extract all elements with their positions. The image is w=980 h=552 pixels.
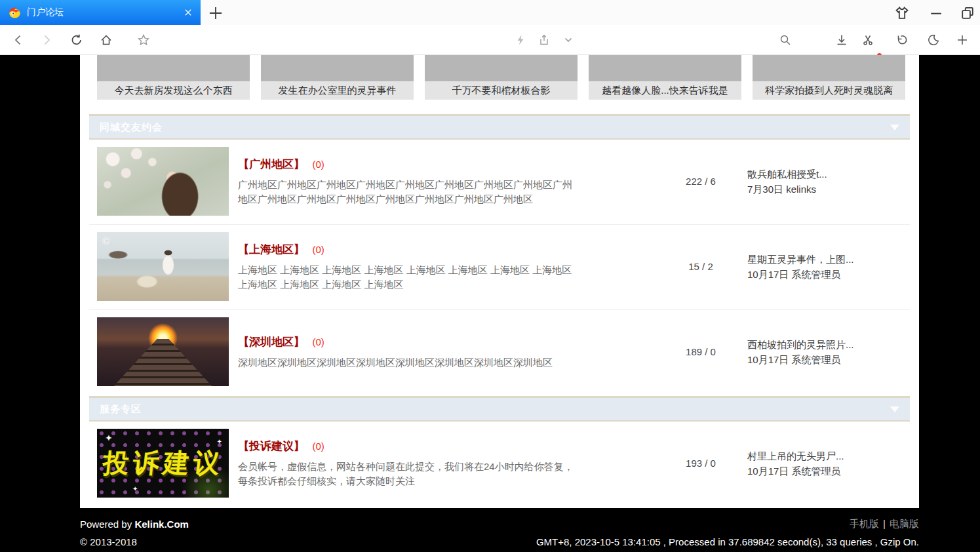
hot-thread-card[interactable]: 越看越像人脸...快来告诉我是 [589,55,741,100]
complaint-banner-text: 投诉建议 [101,445,225,481]
screenshot-scissors-icon[interactable] [861,33,874,47]
collapse-arrow-icon[interactable] [890,125,899,130]
share-icon[interactable] [538,33,551,47]
tab-close-icon[interactable] [184,8,193,17]
page-background: 今天去新房发现这么个东西 发生在办公室里的灵异事件 千万不要和棺材板合影 越看越… [0,55,980,552]
hot-thread-card[interactable]: 科学家拍摄到人死时灵魂脱离 [753,55,905,100]
lastpost-meta[interactable]: 7月30日 kelinks [747,182,910,197]
add-toolbar-icon[interactable] [956,33,969,47]
forum-lastpost: 西柏坡拍到的灵异照片... 10月17日 系统管理员 [737,337,910,367]
forum-description: 广州地区广州地区广州地区广州地区广州地区广州地区广州地区广州地区广州地区广州地区… [238,178,579,207]
lastpost-title-link[interactable]: 星期五灵异事件，上图... [747,252,910,267]
restore-window-button[interactable] [959,5,976,22]
mobile-version-link[interactable]: 手机版 [850,518,879,529]
section-header[interactable]: 服务专区 [89,396,910,422]
hot-thread-image[interactable] [425,55,578,81]
version-switcher: 手机版|电脑版 [850,518,919,530]
site-footer: Powered by Kelink.Com 手机版|电脑版 © 2013-201… [80,508,919,552]
forum-thumbnail[interactable]: 投诉建议 ✦ ✦ ✦ [97,429,229,498]
night-mode-moon-icon[interactable] [927,33,940,47]
browser-tab[interactable]: 门户论坛 [0,0,201,25]
sparkle-icon: ✦ [105,433,113,443]
forum-thumbnail[interactable]: © [97,232,229,301]
browser-chrome: 门户论坛 [0,0,980,55]
forum-row-complaints: 投诉建议 ✦ ✦ ✦ 【投诉建议】 (0) 会员帐号，虚假信息，网站各种问题在此… [89,422,910,506]
forum-description: 会员帐号，虚假信息，网站各种问题在此提交，我们将在24小时内给你答复，每条投诉都… [238,460,579,488]
hot-thread-image[interactable] [97,55,250,81]
forum-name-link[interactable]: 【广州地区】 [238,158,305,170]
forum-stats: 15 / 2 [665,261,737,272]
desktop-version-link[interactable]: 电脑版 [890,518,919,529]
hot-thread-strip: 今天去新房发现这么个东西 发生在办公室里的灵异事件 千万不要和棺材板合影 越看越… [80,55,919,100]
forum-page: 今天去新房发现这么个东西 发生在办公室里的灵异事件 千万不要和棺材板合影 越看越… [80,55,919,508]
hot-thread-title[interactable]: 千万不要和棺材板合影 [425,81,578,100]
hot-thread-title[interactable]: 科学家拍摄到人死时灵魂脱离 [753,81,905,100]
forum-info: 【广州地区】 (0) 广州地区广州地区广州地区广州地区广州地区广州地区广州地区广… [238,157,665,207]
back-icon[interactable] [12,33,25,47]
forum-info: 【投诉建议】 (0) 会员帐号，虚假信息，网站各种问题在此提交，我们将在24小时… [238,439,665,488]
forum-today-count: (0) [312,159,324,170]
hot-thread-title[interactable]: 发生在办公室里的灵异事件 [261,81,414,100]
forum-lastpost: 散兵舶私相授受t... 7月30日 kelinks [737,167,910,197]
download-icon[interactable] [835,33,848,47]
lastpost-title-link[interactable]: 散兵舶私相授受t... [747,167,910,182]
lastpost-meta[interactable]: 10月17日 系统管理员 [747,267,910,282]
version-divider: | [883,518,886,529]
forum-info: 【上海地区】 (0) 上海地区 上海地区 上海地区 上海地区 上海地区 上海地区… [238,242,665,292]
hot-thread-image[interactable] [589,55,741,81]
minimize-button[interactable] [928,5,945,22]
forum-lastpost: 村里上吊的无头男尸... 10月17日 系统管理员 [737,448,910,479]
lastpost-meta[interactable]: 10月17日 系统管理员 [747,352,910,367]
forum-name-link[interactable]: 【上海地区】 [238,243,305,256]
hot-thread-card[interactable]: 今天去新房发现这么个东西 [97,55,250,100]
section-title: 服务专区 [100,403,142,416]
chevron-down-icon[interactable] [562,33,575,47]
lastpost-title-link[interactable]: 村里上吊的无头男尸... [747,448,910,463]
undo-history-icon[interactable] [895,33,909,47]
home-icon[interactable] [100,33,113,47]
powered-brand-link[interactable]: Kelink.Com [134,519,189,530]
hot-thread-card[interactable]: 千万不要和棺材板合影 [425,55,578,100]
collapse-arrow-icon[interactable] [890,406,899,412]
new-tab-button[interactable] [207,5,224,22]
site-favicon [8,6,21,19]
hot-thread-card[interactable]: 发生在办公室里的灵异事件 [261,55,414,100]
search-icon[interactable] [779,33,792,47]
section-dating: 同城交友约会 【广州地区】 (0) 广州地区广州地区广州地区广州地区广州地区广州… [89,114,910,395]
forum-thumbnail[interactable] [97,317,229,386]
forum-row-shenzhen: 【深圳地区】 (0) 深圳地区深圳地区深圳地区深圳地区深圳地区深圳地区深圳地区深… [89,310,910,395]
copyright-text: © 2013-2018 [80,536,137,547]
hot-thread-title[interactable]: 今天去新房发现这么个东西 [97,81,250,100]
forum-info: 【深圳地区】 (0) 深圳地区深圳地区深圳地区深圳地区深圳地区深圳地区深圳地区深… [238,334,665,370]
forum-row-shanghai: © 【上海地区】 (0) 上海地区 上海地区 上海地区 上海地区 上海地区 上海… [89,225,910,310]
powered-by: Powered by Kelink.Com [80,519,189,530]
forum-description: 深圳地区深圳地区深圳地区深圳地区深圳地区深圳地区深圳地区深圳地区 [238,355,579,370]
forum-today-count: (0) [312,244,324,255]
forum-row-guangzhou: 【广州地区】 (0) 广州地区广州地区广州地区广州地区广州地区广州地区广州地区广… [89,140,910,225]
bookmark-star-icon[interactable] [137,33,150,47]
lastpost-title-link[interactable]: 西柏坡拍到的灵异照片... [747,337,910,352]
lightning-icon[interactable] [514,33,527,47]
forum-stats: 222 / 6 [665,176,737,187]
section-header[interactable]: 同城交友约会 [89,114,910,140]
refresh-icon[interactable] [70,33,83,47]
forum-today-count: (0) [312,441,324,452]
forum-lastpost: 星期五灵异事件，上图... 10月17日 系统管理员 [737,252,910,282]
forum-description: 上海地区 上海地区 上海地区 上海地区 上海地区 上海地区 上海地区 上海地区 … [238,263,579,292]
lastpost-meta[interactable]: 10月17日 系统管理员 [747,463,910,479]
sparkle-icon: ✦ [217,438,222,445]
forum-stats: 193 / 0 [665,458,737,469]
server-stats-text: GMT+8, 2023-10-5 13:41:05 , Processed in… [536,536,919,547]
hot-thread-title[interactable]: 越看越像人脸...快来告诉我是 [589,81,741,100]
forum-name-link[interactable]: 【深圳地区】 [238,336,305,348]
hot-thread-image[interactable] [753,55,905,81]
forward-icon[interactable] [40,33,53,47]
hot-thread-image[interactable] [261,55,414,81]
forum-name-link[interactable]: 【投诉建议】 [238,440,305,452]
tab-strip: 门户论坛 [0,0,980,25]
section-service: 服务专区 投诉建议 ✦ ✦ ✦ 【投诉建议】 (0) 会员帐号，虚假信息，网站各… [89,396,910,506]
forum-thumbnail[interactable] [97,147,229,216]
skin-theme-icon[interactable] [893,5,911,22]
forum-board: 同城交友约会 【广州地区】 (0) 广州地区广州地区广州地区广州地区广州地区广州… [89,114,910,506]
pier-graphic [114,339,212,386]
